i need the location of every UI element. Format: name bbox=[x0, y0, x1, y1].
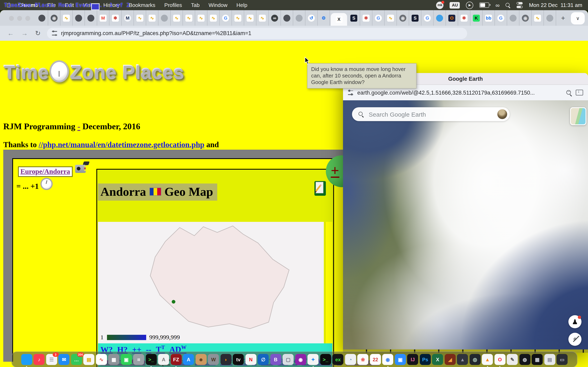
new-tab-button[interactable]: + bbox=[561, 14, 565, 22]
url-text[interactable]: rjmprogramming.com.au/PHP/tz_places.php?… bbox=[61, 30, 251, 36]
tab-gmail[interactable]: M bbox=[97, 10, 109, 26]
forward-button[interactable]: → bbox=[21, 30, 28, 37]
tab-colorwheel[interactable]: ✱ bbox=[109, 10, 122, 26]
tab-active-close-x[interactable]: X bbox=[331, 13, 347, 26]
andorra-map[interactable]: 1 999,999,999 bbox=[98, 222, 324, 343]
earth-search-bar[interactable]: Search Google Earth bbox=[352, 107, 510, 121]
zoom-out-icon[interactable] bbox=[566, 90, 572, 95]
earth-satellite-view[interactable]: Search Google Earth ♟ ⌖ 3D ⊙∿▭◈✂ 300 km bbox=[343, 100, 588, 350]
dock-app-intellij[interactable]: IJ bbox=[407, 354, 418, 365]
dock-app-paragon[interactable]: ∅ bbox=[258, 354, 269, 365]
dock-app-bbedit[interactable]: B bbox=[270, 354, 281, 365]
dock-app-imagecapture[interactable]: ▢ bbox=[283, 354, 294, 365]
tab-history[interactable]: ↺ bbox=[305, 10, 318, 26]
dock-app-podcasts[interactable]: ◉ bbox=[295, 354, 306, 365]
tab-cricket[interactable] bbox=[434, 10, 446, 26]
spotlight-search-icon[interactable] bbox=[506, 3, 511, 8]
tab-chromium[interactable]: ◉ bbox=[48, 10, 61, 26]
menubar-item-window[interactable]: Window bbox=[209, 2, 228, 8]
tab-colorwheel[interactable]: ✱ bbox=[458, 10, 470, 26]
timezone-link[interactable]: Europe/Andorra bbox=[20, 167, 70, 175]
menubar-item-help[interactable]: Help bbox=[236, 2, 247, 8]
dock-app-photoshop[interactable]: Ps bbox=[420, 354, 431, 365]
tab-britbox[interactable]: bb bbox=[483, 10, 495, 26]
clock-icon[interactable] bbox=[40, 178, 53, 190]
tab-abc[interactable]: ∞ bbox=[269, 10, 281, 26]
dock-app-phone[interactable]: ⌗ bbox=[133, 354, 144, 365]
zoom-window-button[interactable] bbox=[25, 16, 30, 21]
tab-colorwheel[interactable]: ✱ bbox=[360, 10, 372, 26]
dock-app-appstore[interactable]: A bbox=[183, 354, 194, 365]
tab-chart[interactable]: ∿ bbox=[385, 10, 397, 26]
dock-app-calendar[interactable]: ▤ bbox=[84, 354, 95, 365]
install-app-icon[interactable] bbox=[576, 90, 583, 95]
dock-app-vlc[interactable]: ▲ bbox=[482, 354, 493, 365]
menubar-item-profiles[interactable]: Profiles bbox=[164, 2, 182, 8]
tab-ghost[interactable] bbox=[544, 10, 556, 26]
dock-app-excel[interactable]: X bbox=[432, 354, 443, 365]
tab-chart[interactable]: ∿ bbox=[183, 10, 195, 26]
earth-site-settings-icon[interactable] bbox=[348, 90, 353, 95]
dock-app-calendar-day[interactable]: 22 bbox=[370, 354, 381, 365]
tab-ghost[interactable] bbox=[158, 10, 171, 26]
playback-menu-icon[interactable]: ▶ bbox=[466, 1, 474, 9]
dock-app-textedit[interactable]: A bbox=[158, 354, 169, 365]
dock-app-safari[interactable]: ✦ bbox=[308, 354, 319, 365]
pegman-button[interactable]: ♟ bbox=[568, 315, 581, 328]
tab-ghost[interactable] bbox=[507, 10, 519, 26]
menubar-item-tab[interactable]: Tab bbox=[191, 2, 200, 8]
dock-app-finder[interactable] bbox=[21, 354, 32, 365]
earth-url-text[interactable]: earth.google.com/web/@42.5,1.51666,328.5… bbox=[357, 90, 562, 96]
earth-profile-avatar[interactable] bbox=[497, 109, 507, 119]
dock-app-facetime[interactable]: ▣ bbox=[121, 354, 132, 365]
menubar-item-bookmarks[interactable]: Bookmarks bbox=[129, 2, 155, 8]
tab-settings-gear[interactable]: ⚙ bbox=[318, 10, 330, 26]
close-window-button[interactable] bbox=[9, 16, 14, 21]
minimize-window-button[interactable] bbox=[17, 16, 22, 21]
notification-app-icon[interactable]: mk bbox=[436, 1, 444, 9]
tab-kayo[interactable]: K bbox=[470, 10, 483, 26]
dock-app-music[interactable]: ♪ bbox=[34, 354, 45, 365]
dock-app-iterm[interactable]: >_ bbox=[320, 354, 331, 365]
dock-app-photos[interactable]: ❀ bbox=[357, 354, 369, 365]
control-center-icon[interactable] bbox=[517, 2, 523, 8]
tab-chromium-gray[interactable]: ◉ bbox=[397, 10, 409, 26]
dock-app-preview[interactable]: ◔ bbox=[345, 354, 356, 365]
reload-button[interactable]: ↻ bbox=[35, 29, 41, 37]
video-camera-icon[interactable] bbox=[73, 161, 89, 174]
dock-app-photo-sunset[interactable]: ◢ bbox=[445, 354, 456, 365]
tab-globe[interactable] bbox=[73, 10, 85, 26]
tab-orange-o[interactable]: O bbox=[446, 10, 458, 26]
menubar-clock[interactable]: Mon 22 Dec 11:31 am bbox=[529, 2, 582, 8]
dock-app-photo-dark[interactable]: ▲ bbox=[457, 354, 468, 365]
dock-app-obs[interactable]: ◍ bbox=[519, 354, 530, 365]
dock-app-messages[interactable]: …204 bbox=[71, 354, 82, 365]
frame-scrollbar[interactable] bbox=[325, 222, 332, 343]
tab-google[interactable]: G bbox=[495, 10, 507, 26]
tab-chart[interactable]: ∿ bbox=[208, 10, 220, 26]
dock-app-monitor[interactable]: ▭ bbox=[557, 354, 568, 365]
tab-chart[interactable]: ∿ bbox=[244, 10, 256, 26]
tab-chart[interactable]: ∿ bbox=[134, 10, 146, 26]
tab-globe[interactable] bbox=[36, 10, 48, 26]
dock-app-gimp[interactable]: W bbox=[208, 354, 219, 365]
tab-ghost[interactable] bbox=[293, 10, 305, 26]
tab-chart[interactable]: ∿ bbox=[61, 10, 73, 26]
dock-app-contacts[interactable]: ☻ bbox=[196, 354, 207, 365]
link-getlocation[interactable]: //php.net/manual/en/datetimezone.getloca… bbox=[39, 140, 204, 149]
hotspot-icon[interactable]: ∞ bbox=[495, 2, 500, 8]
dock-app-garageband[interactable]: ∿ bbox=[96, 354, 107, 365]
dock-app-zoom[interactable]: ▣ bbox=[395, 354, 406, 365]
capital-marker[interactable] bbox=[172, 300, 175, 304]
tab-globe[interactable] bbox=[85, 10, 97, 26]
tab-chromium-gray[interactable]: ◉ bbox=[519, 10, 532, 26]
dock-app-chrome[interactable]: ◉ bbox=[382, 354, 393, 365]
tab-mastodon[interactable]: M bbox=[122, 10, 134, 26]
dock-app-launchpad[interactable]: ▦ bbox=[108, 354, 120, 365]
tab-substack[interactable]: S bbox=[348, 10, 360, 26]
dock-app-films[interactable]: ▦ bbox=[532, 354, 543, 365]
tab-chart[interactable]: ∿ bbox=[146, 10, 158, 26]
tab-chart[interactable]: ∿ bbox=[532, 10, 544, 26]
battery-icon[interactable] bbox=[480, 2, 489, 8]
tab-google[interactable]: G bbox=[220, 10, 232, 26]
